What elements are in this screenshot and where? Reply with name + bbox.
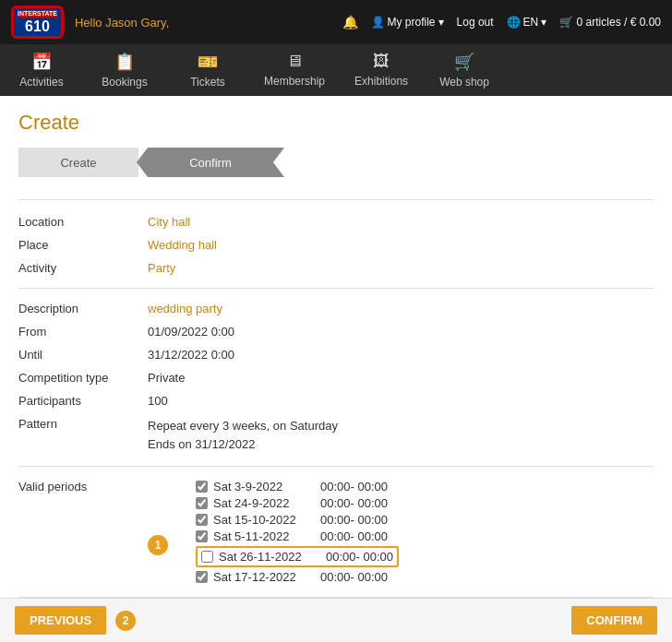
- globe-icon: 🌐: [507, 16, 521, 29]
- step-create: Create: [18, 148, 138, 177]
- language-selector[interactable]: 🌐 EN ▾: [507, 16, 547, 29]
- period-item-2: Sat 24-9-202200:00- 00:00: [196, 496, 399, 510]
- page-title: Create: [18, 111, 654, 135]
- tab-activities[interactable]: 📅 Activities: [0, 44, 83, 96]
- tab-activities-label: Activities: [19, 76, 63, 89]
- place-value: Wedding hall: [148, 238, 217, 252]
- tab-tickets[interactable]: 🎫 Tickets: [166, 44, 249, 96]
- from-row: From 01/09/2022 0:00: [18, 325, 654, 339]
- previous-button[interactable]: PREVIOUS: [15, 606, 106, 635]
- period-item-1: Sat 3-9-202200:00- 00:00: [196, 480, 399, 493]
- membership-icon: 🖥: [286, 52, 303, 71]
- description-value: wedding party: [148, 302, 222, 315]
- participants-row: Participants 100: [18, 394, 654, 408]
- until-row: Until 31/12/2022 0:00: [18, 348, 654, 362]
- period-time-6: 00:00- 00:00: [320, 570, 388, 584]
- participants-label: Participants: [18, 394, 148, 408]
- place-label: Place: [18, 238, 148, 252]
- valid-periods-label: Valid periods: [18, 480, 148, 493]
- activity-row: Activity Party: [18, 261, 654, 275]
- period-item-4: Sat 5-11-202200:00- 00:00: [196, 529, 399, 543]
- period-checkbox-4[interactable]: [196, 530, 208, 542]
- period-date-2: Sat 24-9-2022: [213, 496, 315, 510]
- language-label: EN: [523, 16, 539, 29]
- period-time-4: 00:00- 00:00: [320, 529, 388, 543]
- pattern-label: Pattern: [18, 417, 148, 431]
- top-nav-right: 🔔 👤 My profile ▾ Log out 🌐 EN ▾ 🛒 0 arti…: [342, 15, 661, 30]
- bottom-left: PREVIOUS 2: [15, 606, 136, 635]
- tab-membership[interactable]: 🖥 Membership: [249, 44, 340, 96]
- tab-membership-label: Membership: [264, 75, 325, 88]
- period-time-5: 00:00- 00:00: [326, 550, 393, 564]
- tab-bookings[interactable]: 📋 Bookings: [83, 44, 166, 96]
- callout-2: 2: [115, 611, 136, 631]
- tab-webshop-label: Web shop: [439, 76, 489, 89]
- greeting-text: Hello Jason Gary,: [75, 16, 169, 30]
- pattern-line1: Repeat every 3 weeks, on Saturday: [148, 419, 338, 433]
- period-time-3: 00:00- 00:00: [320, 513, 388, 527]
- periods-list: Sat 3-9-202200:00- 00:00Sat 24-9-202200:…: [196, 480, 399, 584]
- period-time-2: 00:00- 00:00: [320, 496, 388, 510]
- period-item-6: Sat 17-12-202200:00- 00:00: [196, 570, 399, 584]
- location-label: Location: [18, 215, 148, 229]
- confirm-button[interactable]: CONFIRM: [571, 606, 657, 635]
- chevron-down-icon: ▾: [438, 16, 444, 29]
- profile-link[interactable]: 👤 My profile ▾: [371, 16, 444, 29]
- period-checkbox-2[interactable]: [196, 497, 208, 509]
- logout-link[interactable]: Log out: [457, 16, 494, 29]
- tab-bookings-label: Bookings: [102, 76, 147, 89]
- period-item-3: Sat 15-10-202200:00- 00:00: [196, 513, 399, 527]
- from-label: From: [18, 325, 148, 339]
- period-date-3: Sat 15-10-2022: [213, 513, 315, 527]
- location-row: Location City hall: [18, 215, 654, 229]
- period-date-6: Sat 17-12-2022: [213, 570, 315, 584]
- description-label: Description: [18, 302, 148, 315]
- period-checkbox-3[interactable]: [196, 514, 208, 526]
- activity-value: Party: [148, 261, 175, 275]
- step-confirm: Confirm: [137, 148, 284, 177]
- top-bar: INTERSTATE 610 Hello Jason Gary, 🔔 👤 My …: [0, 0, 672, 44]
- bookings-icon: 📋: [114, 52, 135, 72]
- webshop-icon: 🛒: [454, 52, 474, 72]
- cart-info[interactable]: 🛒 0 articles / € 0.00: [559, 16, 661, 29]
- tab-webshop[interactable]: 🛒 Web shop: [423, 44, 506, 96]
- step-confirm-label: Confirm: [189, 156, 232, 170]
- competition-type-value: Private: [148, 371, 185, 385]
- until-label: Until: [18, 348, 148, 362]
- period-date-5: Sat 26-11-2022: [219, 550, 320, 564]
- valid-periods-row: Valid periods 1 Sat 3-9-202200:00- 00:00…: [18, 480, 654, 584]
- content-area: Create Create Confirm Location City hall…: [0, 96, 672, 642]
- competition-type-label: Competition type: [18, 371, 148, 385]
- cart-label: 0 articles / € 0.00: [577, 16, 661, 29]
- period-checkbox-6[interactable]: [196, 571, 208, 583]
- divider-1: [18, 288, 654, 289]
- main-tabs: 📅 Activities 📋 Bookings 🎫 Tickets 🖥 Memb…: [0, 44, 672, 96]
- pattern-row: Pattern Repeat every 3 weeks, on Saturda…: [18, 417, 654, 453]
- callout-1: 1: [148, 535, 168, 555]
- participants-value: 100: [148, 394, 168, 408]
- period-checkbox-1[interactable]: [196, 481, 208, 493]
- activity-label: Activity: [18, 261, 148, 275]
- period-item-5[interactable]: Sat 26-11-202200:00- 00:00: [196, 546, 399, 567]
- logo-interstate: INTERSTATE: [18, 10, 57, 18]
- from-value: 01/09/2022 0:00: [148, 325, 234, 339]
- description-row: Description wedding party: [18, 302, 654, 315]
- page-content: Create Create Confirm Location City hall…: [0, 96, 672, 642]
- profile-label: My profile: [388, 16, 436, 29]
- bell-icon[interactable]: 🔔: [342, 15, 358, 30]
- tab-exhibitions-label: Exhibitions: [354, 75, 408, 88]
- bottom-bar: PREVIOUS 2 CONFIRM: [0, 598, 672, 642]
- logo: INTERSTATE 610: [11, 6, 64, 39]
- tab-exhibitions[interactable]: 🖼 Exhibitions: [340, 44, 423, 96]
- tab-tickets-label: Tickets: [190, 76, 225, 89]
- pattern-value: Repeat every 3 weeks, on Saturday Ends o…: [148, 417, 338, 453]
- period-checkbox-5[interactable]: [201, 551, 213, 563]
- period-time-1: 00:00- 00:00: [320, 480, 388, 493]
- detail-info-section: Description wedding party From 01/09/202…: [18, 302, 654, 453]
- divider-2: [18, 466, 654, 467]
- activities-icon: 📅: [31, 52, 52, 72]
- cart-icon: 🛒: [559, 16, 573, 29]
- period-date-1: Sat 3-9-2022: [213, 480, 315, 493]
- tickets-icon: 🎫: [198, 52, 218, 72]
- user-icon: 👤: [371, 16, 385, 29]
